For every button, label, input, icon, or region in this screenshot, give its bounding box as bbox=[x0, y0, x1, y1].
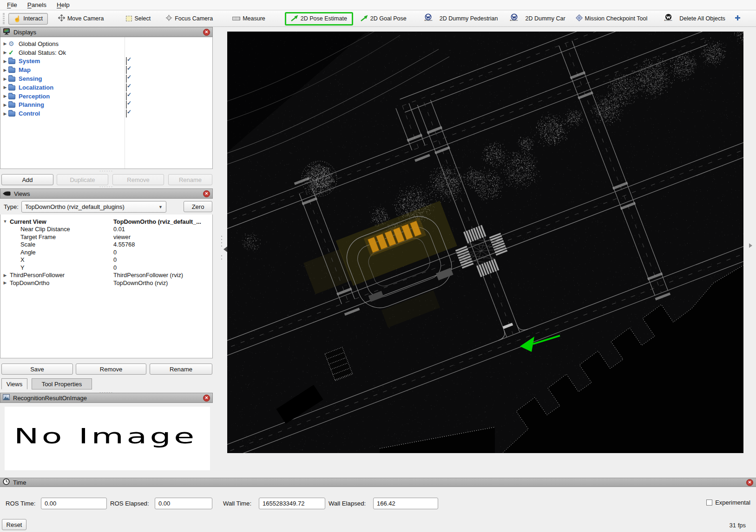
tree-row-perception[interactable]: ▶ Perception bbox=[0, 92, 212, 101]
tree-row-control[interactable]: ▶ Control bbox=[0, 109, 212, 118]
enabled-checkbox[interactable] bbox=[126, 57, 127, 65]
collapse-left-panel-icon[interactable] bbox=[224, 247, 227, 252]
tab-tool-properties[interactable]: Tool Properties bbox=[32, 378, 92, 389]
move-camera-icon bbox=[58, 14, 65, 23]
enabled-checkbox[interactable] bbox=[126, 84, 127, 91]
tool-label: Focus Camera bbox=[175, 15, 213, 22]
goal-pose-tool-button[interactable]: 2D Goal Pose bbox=[361, 15, 407, 23]
pose-estimate-tool-button[interactable]: 2D Pose Estimate bbox=[285, 12, 353, 26]
expand-arrow-icon[interactable]: ▶ bbox=[2, 273, 8, 278]
experimental-checkbox[interactable] bbox=[706, 500, 712, 506]
wall-time-field[interactable] bbox=[259, 498, 325, 509]
close-icon[interactable]: ✕ bbox=[203, 190, 210, 197]
tree-row-system[interactable]: ▶ System bbox=[0, 57, 212, 66]
ros-time-field[interactable] bbox=[41, 498, 107, 509]
displays-panel-title: Displays bbox=[13, 29, 36, 36]
expand-arrow-icon[interactable]: ▶ bbox=[2, 103, 8, 107]
tree-row-global-options[interactable]: ▶ ⚙ Global Options bbox=[0, 39, 212, 48]
dummy-car-tool-button[interactable]: Autoware 2D Dummy Car bbox=[505, 13, 565, 24]
focus-camera-tool-button[interactable]: Focus Camera bbox=[165, 14, 213, 23]
tool-label: 2D Dummy Car bbox=[525, 15, 565, 22]
reset-button[interactable]: Reset bbox=[2, 519, 26, 530]
menu-help[interactable]: Help bbox=[52, 1, 75, 9]
tree-row-y[interactable]: Y 0 bbox=[0, 264, 212, 272]
dummy-pedestrian-tool-button[interactable]: Autoware 2D Dummy Pedestrian bbox=[420, 13, 498, 24]
tree-row-topdownortho[interactable]: ▶ TopDownOrtho TopDownOrtho (rviz) bbox=[0, 279, 212, 287]
close-icon[interactable]: ✕ bbox=[203, 395, 210, 402]
experimental-toggle[interactable]: Experimental bbox=[706, 499, 750, 506]
measure-ruler-icon bbox=[232, 17, 240, 20]
collapse-arrow-icon[interactable]: ▼ bbox=[2, 219, 8, 224]
tab-views[interactable]: Views bbox=[1, 378, 27, 389]
ros-elapsed-field[interactable] bbox=[155, 498, 212, 509]
splitter-handle[interactable]: ······ bbox=[0, 170, 213, 173]
tree-row-map[interactable]: ▶ Map bbox=[0, 65, 212, 74]
pose-estimate-arrow bbox=[520, 336, 560, 352]
tool-label: Move Camera bbox=[67, 15, 104, 22]
tool-label: 2D Goal Pose bbox=[370, 15, 407, 22]
3d-viewport[interactable] bbox=[227, 32, 743, 453]
tree-row-sensing[interactable]: ▶ Sensing bbox=[0, 74, 212, 83]
green-arrow-icon bbox=[361, 15, 368, 23]
dark-region bbox=[227, 32, 367, 152]
close-icon[interactable]: ✕ bbox=[746, 479, 753, 486]
expand-arrow-icon[interactable]: ▶ bbox=[2, 94, 8, 98]
wall-elapsed-field[interactable] bbox=[373, 498, 438, 509]
move-camera-tool-button[interactable]: Move Camera bbox=[58, 14, 104, 23]
enabled-checkbox[interactable] bbox=[126, 101, 127, 109]
tree-row-current-view[interactable]: ▼ Current View TopDownOrtho (rviz_defaul… bbox=[0, 218, 212, 226]
tool-label: 2D Pose Estimate bbox=[301, 15, 347, 22]
expand-arrow-icon[interactable]: ▶ bbox=[2, 280, 8, 285]
tree-row-target-frame[interactable]: Target Frame viewer bbox=[0, 233, 212, 241]
tree-row-x[interactable]: X 0 bbox=[0, 256, 212, 264]
views-panel-title: Views bbox=[14, 190, 30, 197]
toolbar-grip[interactable] bbox=[3, 13, 5, 24]
displays-monitor-icon bbox=[3, 28, 10, 37]
expand-arrow-icon[interactable]: ▶ bbox=[2, 59, 8, 64]
expand-arrow-icon[interactable]: ▶ bbox=[2, 41, 8, 46]
wall-elapsed-label: Wall Elapsed: bbox=[329, 500, 366, 507]
hand-icon: ☝ bbox=[13, 15, 21, 22]
expand-arrow-icon[interactable]: ▶ bbox=[2, 50, 8, 55]
enabled-checkbox[interactable] bbox=[126, 66, 127, 74]
close-icon[interactable]: ✕ bbox=[203, 29, 210, 36]
tree-row-global-status[interactable]: ▶ ✓ Global Status: Ok bbox=[0, 48, 212, 57]
delete-all-objects-tool-button[interactable]: Autoware Delete All Objects bbox=[659, 13, 725, 24]
zero-button[interactable]: Zero bbox=[184, 201, 212, 212]
view-type-dropdown[interactable]: TopDownOrtho (rviz_default_plugins) ▼ bbox=[21, 201, 166, 213]
autoware-dark-logo-icon: Autoware bbox=[659, 13, 677, 24]
tree-row-localization[interactable]: ▶ Localization bbox=[0, 83, 212, 92]
save-view-button[interactable]: Save bbox=[1, 363, 73, 375]
expand-arrow-icon[interactable]: ▶ bbox=[2, 77, 8, 81]
enabled-checkbox[interactable] bbox=[126, 92, 127, 100]
gear-icon: ⚙ bbox=[8, 40, 14, 47]
add-display-button[interactable]: Add bbox=[1, 174, 53, 185]
tree-row-near-clip[interactable]: Near Clip Distance 0.01 bbox=[0, 226, 212, 234]
expand-arrow-icon[interactable]: ▶ bbox=[2, 85, 8, 90]
menu-file[interactable]: File bbox=[2, 1, 22, 9]
select-tool-button[interactable]: Select bbox=[126, 15, 151, 22]
mission-checkpoint-tool-button[interactable]: Mission Checkpoint Tool bbox=[576, 14, 648, 23]
tree-row-planning[interactable]: ▶ Planning bbox=[0, 101, 212, 110]
expand-arrow-icon[interactable]: ▶ bbox=[2, 111, 8, 116]
tree-row-scale[interactable]: Scale 4.55768 bbox=[0, 241, 212, 249]
remove-view-button[interactable]: Remove bbox=[76, 363, 146, 375]
tree-row-angle[interactable]: Angle 0 bbox=[0, 248, 212, 256]
tool-label: Delete All Objects bbox=[679, 15, 725, 22]
interact-tool-button[interactable]: ☝ Interact bbox=[8, 13, 48, 25]
menu-panels[interactable]: Panels bbox=[22, 1, 52, 9]
chevron-down-icon: ▼ bbox=[158, 205, 163, 209]
tree-row-third-person-follower[interactable]: ▶ ThirdPersonFollower ThirdPersonFollowe… bbox=[0, 272, 212, 279]
duplicate-display-button: Duplicate bbox=[57, 174, 108, 185]
measure-tool-button[interactable]: Measure bbox=[232, 15, 265, 22]
folder-icon bbox=[8, 77, 15, 82]
displays-tree: ▶ ⚙ Global Options ▶ ✓ Global Status: Ok… bbox=[0, 37, 213, 169]
collapse-right-panel-icon[interactable] bbox=[749, 243, 752, 248]
folder-icon bbox=[8, 68, 15, 73]
expand-arrow-icon[interactable]: ▶ bbox=[2, 68, 8, 72]
enabled-checkbox[interactable] bbox=[126, 110, 127, 117]
enabled-checkbox[interactable] bbox=[126, 75, 127, 83]
splitter-dots[interactable] bbox=[221, 236, 222, 237]
add-tool-button[interactable] bbox=[735, 15, 741, 22]
rename-view-button[interactable]: Rename bbox=[150, 363, 212, 375]
